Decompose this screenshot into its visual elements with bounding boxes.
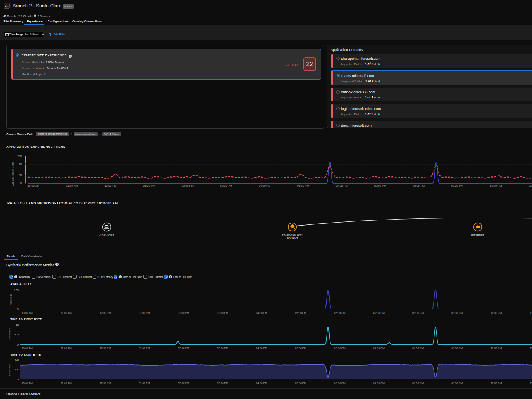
svg-text:12:00 PM: 12:00 PM [104,184,116,188]
svg-text:06:00 PM: 06:00 PM [334,382,346,385]
svg-text:07:00 PM: 07:00 PM [373,382,385,385]
svg-text:BRANCH: BRANCH [287,236,298,239]
svg-text:12:00 PM: 12:00 PM [100,312,111,314]
svg-text:10:00 AM: 10:00 AM [22,382,33,385]
svg-text:09:00 PM: 09:00 PM [451,184,463,188]
svg-text:20k: 20k [14,368,19,371]
svg-text:10:00 AM: 10:00 AM [22,312,33,314]
svg-text:05:00 PM: 05:00 PM [297,184,309,188]
svg-text:01:00 PM: 01:00 PM [139,347,150,350]
svg-text:0: 0 [17,343,19,346]
svg-text:10:00 PM: 10:00 PM [490,184,502,188]
svg-text:06:00 PM: 06:00 PM [334,312,346,314]
svg-text:05:00 PM: 05:00 PM [295,347,306,350]
svg-text:09:00 PM: 09:00 PM [451,312,463,314]
svg-text:INTERNET: INTERNET [471,234,485,237]
svg-text:07:00 PM: 07:00 PM [374,184,386,188]
svg-text:Milliseconds: Milliseconds [9,328,11,341]
svg-text:11:00 AM: 11:00 AM [61,312,72,314]
svg-text:10:00 AM: 10:00 AM [22,347,33,350]
svg-text:07:00 PM: 07:00 PM [373,312,385,314]
svg-text:11:00 AM: 11:00 AM [61,347,72,350]
svg-text:01:00 PM: 01:00 PM [139,312,150,314]
svg-text:11:00 AM: 11:00 AM [61,382,72,385]
svg-text:11:00 PM: 11:00 PM [530,382,532,385]
svg-text:70: 70 [19,163,22,166]
svg-text:0: 0 [17,378,19,381]
svg-text:04:00 PM: 04:00 PM [259,184,270,188]
svg-text:08:00 PM: 08:00 PM [413,184,425,188]
svg-text:06:00 PM: 06:00 PM [334,347,346,350]
svg-text:11:00 PM: 11:00 PM [530,347,532,350]
svg-text:1k: 1k [16,324,19,326]
svg-text:11:00 AM: 11:00 AM [66,184,78,188]
svg-text:12:00 PM: 12:00 PM [100,347,111,350]
svg-text:10:00 PM: 10:00 PM [490,312,502,314]
svg-text:10:00 PM: 10:00 PM [490,382,502,385]
svg-text:07:00 PM: 07:00 PM [373,347,385,350]
svg-text:12:00 PM: 12:00 PM [100,382,111,385]
svg-text:05:00 PM: 05:00 PM [295,312,306,314]
svg-text:40k: 40k [14,359,19,361]
svg-text:0: 0 [17,308,19,311]
svg-text:30: 30 [19,174,22,176]
svg-text:10:00 PM: 10:00 PM [490,347,502,350]
svg-text:03:00 PM: 03:00 PM [220,184,232,188]
svg-text:Percentage: Percentage [10,294,12,305]
svg-text:10:00 AM: 10:00 AM [27,184,39,188]
svg-text:02:00 PM: 02:00 PM [178,382,189,385]
svg-text:03:00 PM: 03:00 PM [217,312,228,314]
svg-text:08:00 PM: 08:00 PM [412,312,424,314]
svg-text:03:00 PM: 03:00 PM [217,382,228,385]
svg-text:11:00 PM: 11:00 PM [530,312,532,314]
svg-text:Milliseconds: Milliseconds [9,364,11,376]
svg-text:02:00 PM: 02:00 PM [182,184,194,188]
svg-text:01:00 PM: 01:00 PM [139,382,150,385]
svg-text:PRISMA SD-WAN: PRISMA SD-WAN [282,233,303,236]
svg-text:09:00 PM: 09:00 PM [451,347,463,350]
svg-text:03:00 PM: 03:00 PM [217,347,228,350]
svg-text:11:00 PM: 11:00 PM [528,184,532,188]
svg-text:04:00 PM: 04:00 PM [256,382,267,385]
svg-text:06:00 PM: 06:00 PM [336,184,348,188]
svg-text:100: 100 [14,289,19,292]
svg-text:08:00 PM: 08:00 PM [412,382,424,385]
svg-text:05:00 PM: 05:00 PM [295,382,306,385]
svg-text:100: 100 [17,155,22,158]
svg-text:0: 0 [20,182,22,185]
svg-text:04:00 PM: 04:00 PM [256,347,267,350]
svg-text:App Experience Score: App Experience Score [12,162,14,186]
svg-text:500: 500 [14,333,19,336]
svg-text:04:00 PM: 04:00 PM [256,312,267,314]
svg-text:01:00 PM: 01:00 PM [143,184,155,188]
svg-text:4 DEVICES: 4 DEVICES [99,234,114,237]
svg-text:02:00 PM: 02:00 PM [178,312,189,314]
svg-text:08:00 PM: 08:00 PM [412,347,424,350]
svg-text:02:00 PM: 02:00 PM [178,347,189,350]
svg-text:09:00 PM: 09:00 PM [451,382,463,385]
